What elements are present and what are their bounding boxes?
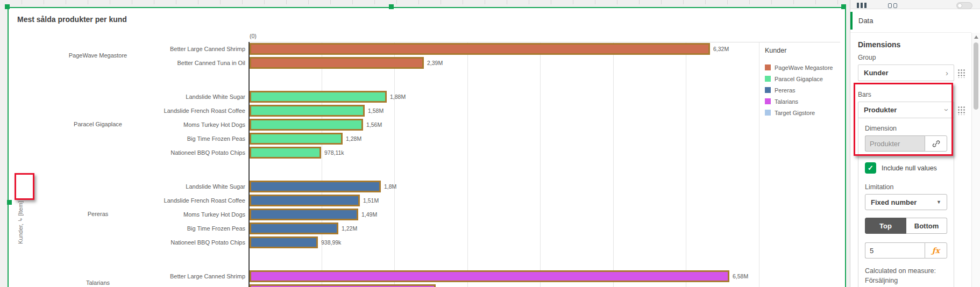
axis-title-text: [Item] — [17, 201, 24, 216]
bar-value-label: 1,28M — [346, 133, 361, 145]
gridline — [686, 42, 686, 287]
legend-item[interactable]: Target Gigstore — [765, 107, 840, 118]
legend-item[interactable]: Talarians — [765, 96, 840, 107]
include-nulls-row[interactable]: ✓ Include null values — [865, 162, 947, 174]
gridline — [322, 42, 322, 287]
bar[interactable] — [250, 284, 436, 287]
bar-label: Big Time Frozen Peas — [9, 223, 245, 234]
grid-layout-icon[interactable] — [888, 3, 897, 8]
top-bottom-segmented: Top Bottom — [865, 218, 947, 234]
bar-label: Big Time Frozen Peas — [9, 133, 245, 145]
selection-handle-left-middle[interactable] — [7, 200, 12, 205]
legend-item[interactable]: Pereras — [765, 84, 840, 96]
app-window: Mest sålda produkter per kund (0) Better… — [0, 0, 980, 287]
panel-toolbar — [850, 0, 980, 9]
legend-item[interactable]: PageWave Megastore — [765, 62, 840, 73]
annotation-box-bars-section — [854, 83, 953, 156]
bar[interactable] — [250, 119, 363, 131]
bar[interactable] — [250, 147, 321, 159]
bar[interactable] — [250, 43, 710, 55]
fixed-number-row: ƒx — [865, 242, 947, 259]
bar-value-label: 2,39M — [427, 57, 443, 69]
checkbox-checked-icon[interactable]: ✓ — [865, 162, 876, 174]
bar[interactable] — [250, 270, 729, 282]
drag-handle-icon[interactable] — [957, 105, 965, 115]
panel-scrollbar[interactable] — [971, 33, 980, 287]
drag-handle-icon[interactable] — [957, 68, 965, 78]
dimension-item-kunder[interactable]: Kunder › — [858, 64, 954, 81]
bar[interactable] — [250, 105, 365, 117]
bar-value-label: 978,11k — [324, 147, 344, 159]
calculated-on-measure-note: Calculated on measure: Försäljning — [865, 266, 947, 285]
customer-group-label: Pereras — [17, 211, 179, 217]
legend-title: Kunder — [765, 47, 840, 54]
chart-card[interactable]: Mest sålda produkter per kund (0) Better… — [8, 7, 846, 287]
bar-row: Landslide French Roast Coffee1,58M — [9, 105, 845, 117]
bottom-button[interactable]: Bottom — [906, 218, 947, 234]
selection-handle-top-right[interactable] — [841, 4, 846, 9]
bar[interactable] — [250, 195, 360, 206]
dimensions-heading: Dimensions — [858, 40, 965, 49]
bar-value-label: 1,22M — [342, 223, 357, 234]
bar[interactable] — [250, 91, 387, 103]
bar-row: Landslide French Roast Coffee1,51M — [9, 195, 845, 206]
bar-value-label: 938,99k — [321, 236, 341, 248]
gridline — [759, 42, 759, 287]
bar[interactable] — [250, 223, 338, 234]
chart-columns-icon[interactable] — [857, 3, 867, 8]
toggle-switch[interactable] — [956, 2, 972, 9]
bar-row: Big Time Frozen Peas1,28M — [9, 133, 845, 145]
bar-value-label: 1,51M — [363, 195, 379, 206]
gridline — [540, 42, 541, 287]
tab-data[interactable]: Data — [850, 9, 971, 33]
expression-editor-button[interactable]: ƒx — [925, 242, 947, 259]
bar-label: Better Canned Tuna in Oil — [9, 57, 245, 69]
legend-swatch — [765, 87, 771, 93]
chevron-right-icon: › — [946, 69, 948, 77]
bar-row: Big Time Frozen Peas1,22M — [9, 223, 845, 234]
limitation-selected-value: Fixed number — [871, 198, 917, 206]
legend-swatch — [765, 110, 771, 116]
legend: Kunder PageWave MegastoreParacel Gigapla… — [765, 47, 840, 118]
legend-label: PageWave Megastore — [775, 64, 833, 71]
limitation-label: Limitation — [865, 183, 947, 191]
bar-value-label: 1,88M — [390, 91, 406, 103]
annotation-box-axis-item-label — [15, 173, 34, 200]
gridline — [394, 42, 395, 287]
legend-label: Paracel Gigaplace — [775, 76, 823, 82]
axis-top-line — [248, 42, 840, 42]
dimension-item-row-kunder: Kunder › — [858, 64, 965, 81]
limitation-select[interactable]: Fixed number ▼ — [865, 194, 947, 210]
legend-swatch — [765, 98, 771, 104]
bar[interactable] — [250, 133, 343, 145]
top-button[interactable]: Top — [865, 218, 906, 234]
legend-item[interactable]: Paracel Gigaplace — [765, 73, 840, 84]
bar[interactable] — [250, 236, 318, 248]
legend-label: Pereras — [775, 87, 796, 94]
bar-label: Landslide White Sugar — [9, 91, 245, 103]
bar-value-label: 6,58M — [733, 270, 748, 282]
legend-swatch — [765, 76, 771, 82]
fixed-number-input[interactable] — [865, 242, 925, 259]
scrollbar-thumb[interactable] — [974, 42, 978, 110]
legend-items: PageWave MegastoreParacel GigaplacePerer… — [765, 62, 840, 118]
bar-label: Nationeel BBQ Potato Chips — [9, 236, 245, 248]
bar[interactable] — [250, 57, 424, 69]
bar-row: Nationeel BBQ Potato Chips978,11k — [9, 147, 845, 159]
scroll-up-icon[interactable] — [974, 35, 978, 39]
bar-label: Landslide French Roast Coffee — [9, 195, 245, 206]
gridline — [613, 42, 614, 287]
customer-group-label: PageWave Megastore — [17, 52, 179, 59]
panel-content: Dimensions Group Kunder › Bars Produkter… — [850, 33, 971, 287]
selection-handle-top-center[interactable] — [389, 4, 394, 9]
legend-swatch — [765, 64, 771, 70]
value-axis-tick-label: (0) — [250, 33, 257, 39]
caret-down-icon: ▼ — [936, 199, 941, 205]
bar-value-label: 1,49M — [361, 209, 377, 220]
bar[interactable] — [250, 209, 358, 220]
sheet-grid-ruler — [0, 0, 850, 6]
bar[interactable] — [250, 181, 381, 192]
drill-dimension-icon: ↳ — [17, 218, 23, 222]
bar-value-label: 1,8M — [384, 181, 396, 192]
selection-handle-top-left[interactable] — [5, 4, 10, 9]
